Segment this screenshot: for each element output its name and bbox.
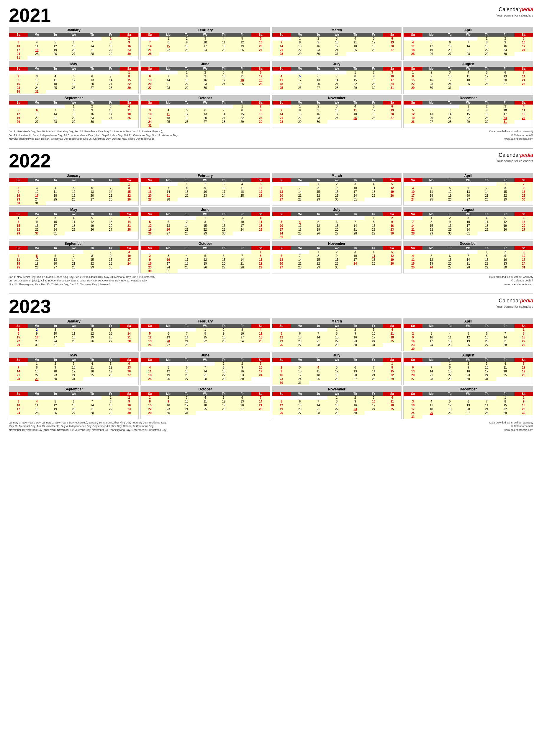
copyright-2021: Data provided 'as is' without warranty© … (489, 130, 533, 141)
month-apr-2023: April SuMoTuWeThFrSa 1 2345678 910111213… (403, 318, 533, 351)
year-2023: 2023 Calendarpedia Your source for calen… (9, 297, 533, 433)
month-mar-2023: March SuMoTuWeThFrSa 1234 567891011 1213… (272, 318, 402, 351)
copyright-2023: Data provided 'as is' without warranty© … (489, 421, 533, 432)
year-number-2023: 2023 (9, 297, 51, 316)
month-aug-2023: August SuMoTuWeThFrSa 12345 6789101112 1… (403, 352, 533, 385)
month-mar-2021: March SuMoTuWeThFrSa 123456 78910111213 … (272, 27, 402, 60)
month-jun-2022: June SuMoTuWeThFrSa 1234 567891011 12131… (141, 207, 270, 239)
month-jul-2023: July SuMoTuWeThFrSa 1 2345678 9101112131… (272, 352, 402, 385)
footnote-2022: Jan 1: New Year's Day, Jan 17: Martin Lu… (9, 275, 156, 286)
month-sep-2021: September SuMoTuWeThFrSa 1234 567891011 … (9, 95, 139, 128)
month-jan-2023: January SuMoTuWeThFrSa 1234567 891011121… (9, 318, 139, 351)
month-may-2022: May SuMoTuWeThFrSa 1234567 891011121314 … (9, 207, 139, 239)
year-2021: 2021 Calendarpedia Your source for calen… (9, 6, 533, 142)
calendar-grid-2023: January SuMoTuWeThFrSa 1234567 891011121… (9, 318, 533, 419)
year-number-2021: 2021 (9, 6, 51, 25)
year-header-2021: 2021 Calendarpedia Your source for calen… (9, 6, 533, 25)
copyright-2022: Data provided 'as is' without warranty© … (489, 275, 533, 286)
month-apr-2022: April SuMoTuWeThFrSa 12 3456789 10111213… (403, 173, 533, 206)
month-feb-2023: February SuMoTuWeThFrSa 1234 567891011 1… (141, 318, 270, 351)
footnote-2023: January 1: New Year's Day, January 2: Ne… (9, 421, 167, 432)
month-oct-2022: October SuMoTuWeThFrSa 1 2345678 9101112… (141, 241, 270, 273)
month-nov-2023: November SuMoTuWeThFrSa 1234 567891011 1… (272, 386, 402, 419)
month-jun-2023: June SuMoTuWeThFrSa 123 45678910 1112131… (141, 352, 270, 385)
month-mar-2022: March SuMoTuWeThFrSa 12345 6789101112 13… (272, 173, 402, 206)
month-jul-2022: July SuMoTuWeThFrSa 12 3456789 101112131… (272, 207, 402, 239)
month-may-2021: May SuMoTuWeThFrSa 1 2345678 91011121314… (9, 61, 139, 94)
month-oct-2021: October SuMoTuWeThFrSa 12 3456789 101112… (141, 95, 270, 128)
footnote-2021: Jan 1: New Year's Day, Jan 18: Martin Lu… (9, 130, 178, 141)
month-jun-2021: June SuMoTuWeThFrSa 12345 6789101112 131… (141, 61, 270, 94)
month-apr-2021: April SuMoTuWeThFrSa 123 45678910 111213… (403, 27, 533, 60)
month-jul-2021: July SuMoTuWeThFrSa 123 45678910 1112131… (272, 61, 402, 94)
brand-logo-2023: Calendarpedia Your source for calendars (496, 297, 533, 309)
month-jan-2022: January SuMoTuWeThFrSa 1 2345678 9101112… (9, 173, 139, 206)
month-sep-2023: September SuMoTuWeThFrSa 12 3456789 1011… (9, 386, 139, 419)
brand-logo-2022: Calendarpedia Your source for calendars (496, 151, 533, 164)
month-aug-2021: August SuMoTuWeThFrSa 1234567 8910111213… (403, 61, 533, 94)
month-nov-2022: November SuMoTuWeThFrSa 12345 6789101112… (272, 241, 402, 273)
month-aug-2022: August SuMoTuWeThFrSa 123456 78910111213… (403, 207, 533, 239)
month-feb-2022: February SuMoTuWeThFrSa 12345 6789101112… (141, 173, 270, 206)
year-2022: 2022 Calendarpedia Your source for calen… (9, 151, 533, 288)
calendar-grid-2021: January SuMoTuWeThFrSa 12 3456789 101112… (9, 27, 533, 128)
month-may-2023: May SuMoTuWeThFrSa 123456 78910111213 14… (9, 352, 139, 385)
year-number-2022: 2022 (9, 151, 51, 170)
month-nov-2021: November SuMoTuWeThFrSa 123456 789101112… (272, 95, 402, 128)
month-oct-2023: October SuMoTuWeThFrSa 1234567 891011121… (141, 386, 270, 419)
year-header-2022: 2022 Calendarpedia Your source for calen… (9, 151, 533, 170)
year-header-2023: 2023 Calendarpedia Your source for calen… (9, 297, 533, 316)
brand-logo-2021: Calendarpedia Your source for calendars (496, 6, 533, 18)
month-dec-2021: December SuMoTuWeThFrSa 1234 567891011 1… (403, 95, 533, 128)
month-dec-2022: December SuMoTuWeThFrSa 123 45678910 111… (403, 241, 533, 273)
month-feb-2021: February SuMoTuWeThFrSa 123456 789101112… (141, 27, 270, 60)
month-jan-2021: January SuMoTuWeThFrSa 12 3456789 101112… (9, 27, 139, 60)
month-sep-2022: September SuMoTuWeThFrSa 123 45678910 11… (9, 241, 139, 273)
month-dec-2023: December SuMoTuWeThFrSa 12 3456789 10111… (403, 386, 533, 419)
page: 2021 Calendarpedia Your source for calen… (0, 0, 542, 445)
calendar-grid-2022: January SuMoTuWeThFrSa 1 2345678 9101112… (9, 173, 533, 273)
